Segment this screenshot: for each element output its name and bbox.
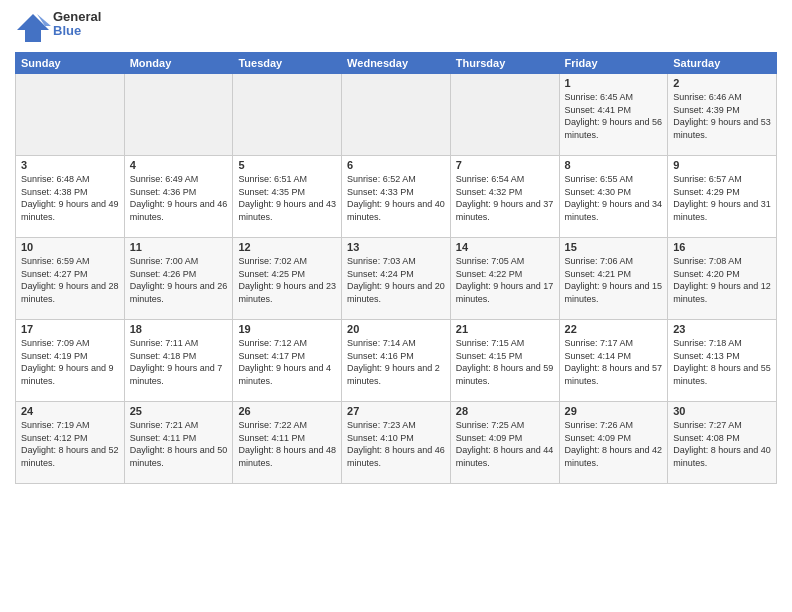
day-info: Sunrise: 7:02 AM Sunset: 4:25 PM Dayligh… [238, 255, 336, 305]
calendar-cell: 11Sunrise: 7:00 AM Sunset: 4:26 PM Dayli… [124, 238, 233, 320]
logo-wordmark: General Blue [53, 10, 101, 39]
weekday-header: Tuesday [233, 53, 342, 74]
calendar-cell [233, 74, 342, 156]
logo-blue: Blue [53, 24, 101, 38]
day-info: Sunrise: 6:51 AM Sunset: 4:35 PM Dayligh… [238, 173, 336, 223]
day-info: Sunrise: 7:09 AM Sunset: 4:19 PM Dayligh… [21, 337, 119, 387]
calendar-cell: 7Sunrise: 6:54 AM Sunset: 4:32 PM Daylig… [450, 156, 559, 238]
calendar-cell: 23Sunrise: 7:18 AM Sunset: 4:13 PM Dayli… [668, 320, 777, 402]
day-number: 9 [673, 159, 771, 171]
calendar-cell: 29Sunrise: 7:26 AM Sunset: 4:09 PM Dayli… [559, 402, 668, 484]
calendar-cell: 26Sunrise: 7:22 AM Sunset: 4:11 PM Dayli… [233, 402, 342, 484]
calendar-cell: 14Sunrise: 7:05 AM Sunset: 4:22 PM Dayli… [450, 238, 559, 320]
calendar-cell: 30Sunrise: 7:27 AM Sunset: 4:08 PM Dayli… [668, 402, 777, 484]
day-number: 2 [673, 77, 771, 89]
weekday-header: Friday [559, 53, 668, 74]
weekday-header: Wednesday [342, 53, 451, 74]
calendar-cell: 21Sunrise: 7:15 AM Sunset: 4:15 PM Dayli… [450, 320, 559, 402]
day-info: Sunrise: 7:06 AM Sunset: 4:21 PM Dayligh… [565, 255, 663, 305]
calendar-week-row: 1Sunrise: 6:45 AM Sunset: 4:41 PM Daylig… [16, 74, 777, 156]
calendar-cell: 15Sunrise: 7:06 AM Sunset: 4:21 PM Dayli… [559, 238, 668, 320]
day-info: Sunrise: 7:15 AM Sunset: 4:15 PM Dayligh… [456, 337, 554, 387]
calendar-week-row: 10Sunrise: 6:59 AM Sunset: 4:27 PM Dayli… [16, 238, 777, 320]
day-number: 20 [347, 323, 445, 335]
day-number: 10 [21, 241, 119, 253]
day-info: Sunrise: 6:52 AM Sunset: 4:33 PM Dayligh… [347, 173, 445, 223]
day-info: Sunrise: 7:18 AM Sunset: 4:13 PM Dayligh… [673, 337, 771, 387]
calendar-cell [450, 74, 559, 156]
day-number: 6 [347, 159, 445, 171]
day-info: Sunrise: 7:03 AM Sunset: 4:24 PM Dayligh… [347, 255, 445, 305]
calendar-cell: 9Sunrise: 6:57 AM Sunset: 4:29 PM Daylig… [668, 156, 777, 238]
day-info: Sunrise: 7:21 AM Sunset: 4:11 PM Dayligh… [130, 419, 228, 469]
calendar-week-row: 17Sunrise: 7:09 AM Sunset: 4:19 PM Dayli… [16, 320, 777, 402]
calendar-cell: 2Sunrise: 6:46 AM Sunset: 4:39 PM Daylig… [668, 74, 777, 156]
day-number: 1 [565, 77, 663, 89]
day-number: 29 [565, 405, 663, 417]
calendar-week-row: 3Sunrise: 6:48 AM Sunset: 4:38 PM Daylig… [16, 156, 777, 238]
day-number: 27 [347, 405, 445, 417]
calendar-cell: 25Sunrise: 7:21 AM Sunset: 4:11 PM Dayli… [124, 402, 233, 484]
day-number: 19 [238, 323, 336, 335]
day-info: Sunrise: 6:45 AM Sunset: 4:41 PM Dayligh… [565, 91, 663, 141]
logo: General Blue [15, 10, 101, 46]
day-number: 5 [238, 159, 336, 171]
day-info: Sunrise: 7:26 AM Sunset: 4:09 PM Dayligh… [565, 419, 663, 469]
day-number: 21 [456, 323, 554, 335]
weekday-header: Monday [124, 53, 233, 74]
day-number: 30 [673, 405, 771, 417]
weekday-header: Thursday [450, 53, 559, 74]
calendar-cell [342, 74, 451, 156]
day-number: 23 [673, 323, 771, 335]
logo-svg [15, 10, 51, 46]
day-info: Sunrise: 7:25 AM Sunset: 4:09 PM Dayligh… [456, 419, 554, 469]
calendar-week-row: 24Sunrise: 7:19 AM Sunset: 4:12 PM Dayli… [16, 402, 777, 484]
calendar-cell: 17Sunrise: 7:09 AM Sunset: 4:19 PM Dayli… [16, 320, 125, 402]
day-number: 12 [238, 241, 336, 253]
day-info: Sunrise: 6:54 AM Sunset: 4:32 PM Dayligh… [456, 173, 554, 223]
day-number: 28 [456, 405, 554, 417]
day-info: Sunrise: 6:57 AM Sunset: 4:29 PM Dayligh… [673, 173, 771, 223]
day-info: Sunrise: 7:17 AM Sunset: 4:14 PM Dayligh… [565, 337, 663, 387]
calendar-cell: 18Sunrise: 7:11 AM Sunset: 4:18 PM Dayli… [124, 320, 233, 402]
calendar-cell: 13Sunrise: 7:03 AM Sunset: 4:24 PM Dayli… [342, 238, 451, 320]
day-info: Sunrise: 7:27 AM Sunset: 4:08 PM Dayligh… [673, 419, 771, 469]
calendar-cell: 19Sunrise: 7:12 AM Sunset: 4:17 PM Dayli… [233, 320, 342, 402]
day-info: Sunrise: 7:23 AM Sunset: 4:10 PM Dayligh… [347, 419, 445, 469]
calendar-table: SundayMondayTuesdayWednesdayThursdayFrid… [15, 52, 777, 484]
day-info: Sunrise: 7:22 AM Sunset: 4:11 PM Dayligh… [238, 419, 336, 469]
day-number: 25 [130, 405, 228, 417]
weekday-header: Sunday [16, 53, 125, 74]
day-info: Sunrise: 6:55 AM Sunset: 4:30 PM Dayligh… [565, 173, 663, 223]
day-info: Sunrise: 7:12 AM Sunset: 4:17 PM Dayligh… [238, 337, 336, 387]
day-info: Sunrise: 7:19 AM Sunset: 4:12 PM Dayligh… [21, 419, 119, 469]
header: General Blue [15, 10, 777, 46]
day-info: Sunrise: 6:49 AM Sunset: 4:36 PM Dayligh… [130, 173, 228, 223]
day-info: Sunrise: 7:05 AM Sunset: 4:22 PM Dayligh… [456, 255, 554, 305]
calendar-cell: 24Sunrise: 7:19 AM Sunset: 4:12 PM Dayli… [16, 402, 125, 484]
calendar-cell: 16Sunrise: 7:08 AM Sunset: 4:20 PM Dayli… [668, 238, 777, 320]
day-number: 13 [347, 241, 445, 253]
calendar-cell: 3Sunrise: 6:48 AM Sunset: 4:38 PM Daylig… [16, 156, 125, 238]
day-info: Sunrise: 6:48 AM Sunset: 4:38 PM Dayligh… [21, 173, 119, 223]
calendar-cell: 22Sunrise: 7:17 AM Sunset: 4:14 PM Dayli… [559, 320, 668, 402]
day-info: Sunrise: 7:11 AM Sunset: 4:18 PM Dayligh… [130, 337, 228, 387]
day-number: 8 [565, 159, 663, 171]
day-info: Sunrise: 6:59 AM Sunset: 4:27 PM Dayligh… [21, 255, 119, 305]
day-number: 3 [21, 159, 119, 171]
day-number: 18 [130, 323, 228, 335]
calendar-cell: 1Sunrise: 6:45 AM Sunset: 4:41 PM Daylig… [559, 74, 668, 156]
day-number: 24 [21, 405, 119, 417]
calendar-cell: 20Sunrise: 7:14 AM Sunset: 4:16 PM Dayli… [342, 320, 451, 402]
page: General Blue SundayMondayTuesdayWednesda… [0, 0, 792, 612]
day-info: Sunrise: 7:00 AM Sunset: 4:26 PM Dayligh… [130, 255, 228, 305]
day-number: 26 [238, 405, 336, 417]
day-number: 17 [21, 323, 119, 335]
calendar-cell: 8Sunrise: 6:55 AM Sunset: 4:30 PM Daylig… [559, 156, 668, 238]
day-info: Sunrise: 7:08 AM Sunset: 4:20 PM Dayligh… [673, 255, 771, 305]
calendar-header-row: SundayMondayTuesdayWednesdayThursdayFrid… [16, 53, 777, 74]
day-number: 14 [456, 241, 554, 253]
day-number: 15 [565, 241, 663, 253]
calendar-cell: 4Sunrise: 6:49 AM Sunset: 4:36 PM Daylig… [124, 156, 233, 238]
day-number: 16 [673, 241, 771, 253]
